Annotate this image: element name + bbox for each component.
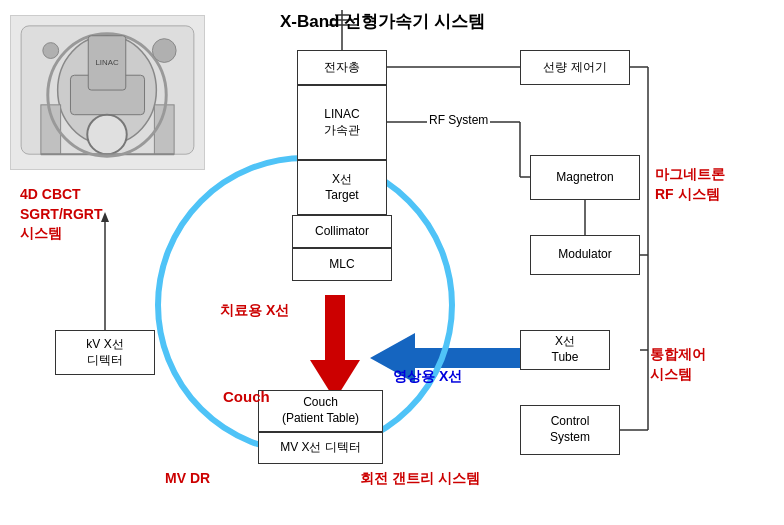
box-modulator: Modulator (530, 235, 640, 275)
box-control: Control System (520, 405, 620, 455)
box-electro: 전자총 (297, 50, 387, 85)
machine-image: LINAC (10, 15, 205, 170)
title-xband: X-Band 선형가속기 시스템 (280, 10, 485, 33)
box-mlc: MLC (292, 248, 392, 281)
box-linac: LINAC 가속관 (297, 85, 387, 160)
box-doserate: 선량 제어기 (520, 50, 630, 85)
svg-point-37 (43, 43, 59, 59)
label-couch: Couch (223, 388, 270, 405)
label-magnetron-rf: 마그네트론 RF 시스템 (655, 165, 725, 204)
svg-text:LINAC: LINAC (95, 58, 119, 67)
svg-point-36 (152, 39, 176, 63)
label-image-xray: 영상용 X선 (393, 368, 462, 386)
box-magnetron: Magnetron (530, 155, 640, 200)
label-rf-system: RF System (427, 113, 490, 127)
box-couch: Couch (Patient Table) (258, 390, 383, 432)
label-rotation-gantry: 회전 갠트리 시스템 (360, 470, 480, 488)
box-xtube: X선 Tube (520, 330, 610, 370)
label-cbct: 4D CBCT SGRT/RGRT 시스템 (20, 185, 102, 244)
label-mv-dr: MV DR (165, 470, 210, 486)
box-kv: kV X선 디텍터 (55, 330, 155, 375)
svg-point-29 (87, 115, 126, 154)
main-container: X-Band 선형가속기 시스템 LINAC 전자총 LINAC 가속관 X선 … (0, 0, 784, 525)
box-mv: MV X선 디텍터 (258, 432, 383, 464)
box-xtarget: X선 Target (297, 160, 387, 215)
box-collimator: Collimator (292, 215, 392, 248)
label-integrated-control: 통합제어 시스템 (650, 345, 706, 384)
label-therapy-xray: 치료용 X선 (220, 302, 289, 320)
